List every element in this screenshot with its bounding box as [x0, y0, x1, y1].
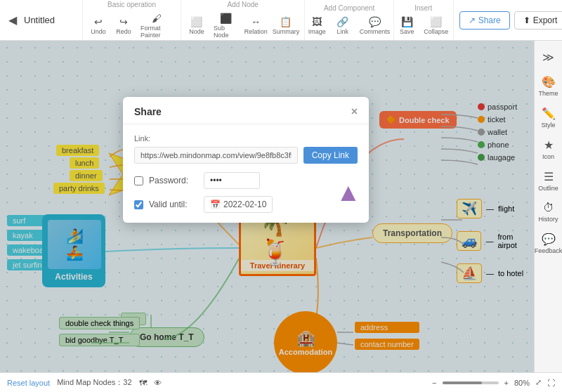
node-icon: ⬜ [190, 16, 202, 27]
relation-label: Relation [244, 28, 268, 35]
sub-node-label: Sub Node [214, 25, 237, 39]
dialog-title: Share [134, 106, 162, 117]
valid-checkbox[interactable] [134, 200, 143, 209]
toolbar-left: ◀ Untitled [6, 0, 83, 40]
dialog-header: Share × [123, 97, 369, 124]
undo-label: Undo [91, 28, 106, 35]
sidebar-outline-button[interactable]: ☰ Outline [536, 166, 561, 196]
icon-label: Icon [542, 153, 554, 160]
dialog-close-button[interactable]: × [351, 105, 358, 118]
group-label-addnode: Add Node [227, 1, 258, 8]
save-label: Save [400, 28, 414, 35]
comments-button[interactable]: 💬 Comments [357, 15, 393, 37]
zoom-plus-button[interactable]: + [504, 379, 509, 387]
dialog-body: Link: Copy Link Password: Valid until: [123, 124, 369, 223]
main-area: breakfast lunch dinner party drinks surf… [0, 41, 562, 372]
password-checkbox[interactable] [134, 176, 143, 185]
relation-button[interactable]: ↔ Relation [243, 15, 268, 37]
fullscreen-icon[interactable]: ⛶ [547, 379, 555, 387]
group-label-addcomp: Add Component [324, 4, 374, 12]
sidebar-history-button[interactable]: ⏱ History [536, 197, 561, 227]
redo-button[interactable]: ↪ Redo [112, 15, 135, 37]
export-button[interactable]: ⬆ Export [514, 11, 562, 30]
theme-icon: 🎨 [542, 75, 556, 89]
style-label: Style [541, 122, 555, 129]
fit-icon[interactable]: ⤢ [535, 378, 542, 387]
sidebar-collapse-button[interactable]: ≫ [536, 46, 561, 70]
theme-label: Theme [539, 90, 558, 97]
summary-label: Summary [273, 28, 300, 35]
redo-label: Redo [116, 28, 131, 35]
canvas[interactable]: breakfast lunch dinner party drinks surf… [0, 41, 534, 372]
group-label-basic: Basic operation [107, 1, 156, 8]
zoom-slider[interactable] [443, 381, 499, 384]
format-painter-label: Format Painter [140, 25, 174, 39]
map-icon: 🗺 [139, 379, 147, 387]
arrow-indicator: ▲ [336, 178, 361, 207]
feedback-label: Feedback [535, 247, 562, 254]
toolbar-group-insert: Insert 💾 Save ⬜ Collapse [394, 0, 454, 40]
link-label: Link: [134, 134, 358, 143]
password-row: Password: [134, 172, 358, 189]
node-button[interactable]: ⬜ Node [185, 15, 208, 37]
zoom-fill [443, 381, 482, 384]
node-label: Node [189, 28, 204, 35]
share-button[interactable]: ↗ Share [459, 11, 510, 30]
export-icon: ⬆ [523, 15, 530, 25]
password-label: Password: [149, 176, 198, 185]
format-painter-icon: 🖌 [152, 13, 162, 24]
star-icon: ★ [544, 138, 554, 152]
format-painter-button[interactable]: 🖌 Format Painter [138, 11, 176, 40]
collapse-icon: ⬜ [430, 16, 442, 27]
collapse-button[interactable]: ⬜ Collapse [421, 15, 451, 37]
sub-node-button[interactable]: ⬛ Sub Node [211, 11, 240, 40]
toolbar-group-addnode: Add Node ⬜ Node ⬛ Sub Node ↔ Relation 📋 … [181, 0, 305, 40]
group-items-addcomp: 🖼 Image 🔗 Link 💬 Comments [306, 15, 393, 37]
toolbar-right: ↗ Share ⬆ Export [454, 0, 562, 40]
outline-label: Outline [538, 185, 558, 192]
share-dialog: Share × Link: Copy Link Password: [123, 97, 369, 223]
sidebar-style-button[interactable]: ✏️ Style [536, 103, 561, 133]
save-button[interactable]: 💾 Save [396, 15, 418, 37]
toolbar-group-basic: Basic operation ↩ Undo ↪ Redo 🖌 Format P… [83, 0, 181, 40]
sidebar-icon-button[interactable]: ★ Icon [536, 134, 561, 164]
share-icon: ↗ [469, 15, 476, 25]
collapse-sidebar-icon: ≫ [542, 51, 554, 64]
link-label: Link [337, 28, 349, 35]
toolbar-groups: Basic operation ↩ Undo ↪ Redo 🖌 Format P… [83, 0, 454, 40]
back-button[interactable]: ◀ [6, 12, 20, 28]
sub-node-icon: ⬛ [220, 13, 232, 24]
dialog-overlay: Share × Link: Copy Link Password: [0, 41, 534, 372]
status-right: − + 80% ⤢ ⛶ [432, 378, 555, 387]
zoom-level: 80% [514, 379, 530, 387]
copy-link-button[interactable]: Copy Link [303, 147, 358, 164]
right-sidebar: ≫ 🎨 Theme ✏️ Style ★ Icon ☰ Outline ⏱ Hi… [534, 41, 562, 372]
zoom-minus-button[interactable]: − [432, 379, 436, 387]
group-items-basic: ↩ Undo ↪ Redo 🖌 Format Painter [87, 11, 176, 40]
sidebar-feedback-button[interactable]: 💬 Feedback [536, 228, 561, 259]
date-value: 2022-02-10 [223, 200, 266, 209]
export-label: Export [533, 15, 558, 25]
outline-icon: ☰ [544, 170, 554, 183]
collapse-label: Collapse [424, 28, 448, 35]
app-title: Untitled [24, 15, 55, 25]
history-label: History [539, 216, 558, 223]
summary-button[interactable]: 📋 Summary [271, 15, 300, 37]
link-input[interactable] [134, 147, 298, 164]
toolbar: ◀ Untitled Basic operation ↩ Undo ↪ Redo… [0, 0, 562, 41]
password-input[interactable] [204, 172, 260, 189]
share-label: Share [478, 15, 501, 25]
comments-icon: 💬 [369, 16, 381, 27]
comments-label: Comments [360, 28, 391, 35]
link-icon: 🔗 [336, 16, 348, 27]
undo-button[interactable]: ↩ Undo [87, 15, 110, 37]
link-button[interactable]: 🔗 Link [332, 15, 354, 37]
valid-row: Valid until: 📅 2022-02-10 [134, 196, 358, 213]
eye-icon: 👁 [154, 379, 162, 387]
relation-icon: ↔ [251, 16, 261, 27]
date-display[interactable]: 📅 2022-02-10 [204, 196, 273, 213]
sidebar-theme-button[interactable]: 🎨 Theme [536, 71, 561, 101]
statusbar: Reset layout Mind Map Nodes：32 🗺 👁 − + 8… [0, 372, 562, 392]
image-button[interactable]: 🖼 Image [306, 15, 329, 37]
reset-layout-button[interactable]: Reset layout [7, 379, 50, 387]
